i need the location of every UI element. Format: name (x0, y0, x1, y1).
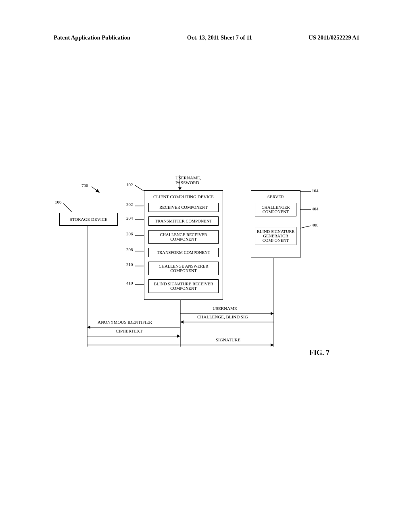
ref-404: 404 (312, 206, 319, 211)
ref-410-lead (135, 284, 145, 285)
header-middle: Oct. 13, 2011 Sheet 7 of 11 (187, 34, 252, 41)
ciphertext-arrow (87, 334, 181, 338)
ciphertext-arrow-label: CIPHERTEXT (116, 328, 143, 333)
receiver-component-box: RECEIVER COMPONENT (148, 203, 219, 212)
challenge-arrow-label: CHALLENGE, BLIND SIG (197, 314, 248, 319)
server-lifeline (273, 258, 275, 347)
ref-204-lead (135, 219, 145, 220)
svg-marker-25 (177, 335, 180, 338)
ref-202-lead (135, 205, 145, 207)
header-right: US 2011/0252229 A1 (309, 34, 359, 41)
ref-210: 210 (126, 262, 133, 267)
ref-208: 208 (126, 247, 133, 252)
svg-marker-19 (271, 312, 274, 315)
ref-700-lead (91, 186, 103, 196)
challenge-answerer-box: CHALLENGE ANSWERER COMPONENT (148, 262, 219, 275)
server-title: SERVER (251, 194, 300, 199)
svg-marker-23 (87, 326, 90, 329)
blind-sig-gen-box: BLIND SIGNATURE GENERATOR COMPONENT (255, 227, 296, 245)
input-arrow (178, 175, 182, 191)
ref-102: 102 (126, 182, 133, 187)
ref-206: 206 (126, 231, 133, 236)
signature-arrow (87, 343, 275, 347)
ref-210-lead (135, 265, 145, 267)
blind-sig-receiver-box: BLIND SIGNATURE RECEIVER COMPONENT (148, 279, 219, 293)
ref-208-lead (135, 250, 145, 252)
figure-label: FIG. 7 (309, 349, 330, 357)
svg-marker-1 (178, 187, 181, 190)
client-title: CLIENT COMPUTING DEVICE (144, 194, 223, 199)
svg-marker-21 (180, 320, 184, 324)
ref-404-lead (300, 209, 312, 210)
ref-202: 202 (126, 202, 133, 207)
page-header: Patent Application Publication Oct. 13, … (54, 34, 359, 41)
ref-700: 700 (81, 183, 88, 188)
anon-id-arrow-label: ANONYMOUS IDENTIFIER (98, 320, 152, 324)
svg-line-6 (63, 204, 72, 212)
svg-marker-27 (271, 343, 274, 347)
challenge-arrow (180, 320, 275, 324)
ref-106-lead (63, 203, 74, 214)
storage-device-box: STORAGE DEVICE (59, 213, 118, 226)
ref-204: 204 (126, 216, 133, 220)
transmitter-component-box: TRANSMITTER COMPONENT (148, 216, 219, 226)
ref-408: 408 (312, 222, 319, 227)
username-arrow-label: USERNAME (213, 306, 237, 311)
svg-line-14 (300, 226, 311, 228)
ref-104: 104 (312, 188, 319, 193)
ref-106: 106 (55, 200, 62, 204)
ref-206-lead (135, 235, 145, 236)
input-label: USERNAME, PASSWORD (175, 175, 224, 185)
header-left: Patent Application Publication (54, 34, 130, 41)
signature-arrow-label: SIGNATURE (216, 337, 240, 342)
svg-line-4 (135, 185, 144, 191)
challenge-receiver-box: CHALLENGE RECEIVER COMPONENT (148, 230, 219, 244)
challenger-component-box: CHALLENGER COMPONENT (255, 203, 296, 216)
server-box: SERVER CHALLENGER COMPONENT BLIND SIGNAT… (251, 190, 300, 258)
ref-104-lead (300, 191, 312, 192)
figure-7-diagram: USERNAME, PASSWORD 700 102 104 106 STORA… (59, 177, 350, 359)
svg-marker-3 (96, 189, 100, 193)
client-device-box: CLIENT COMPUTING DEVICE RECEIVER COMPONE… (144, 190, 223, 300)
ref-408-lead (300, 225, 312, 229)
ref-410: 410 (126, 281, 133, 285)
transform-component-box: TRANSFORM COMPONENT (148, 248, 219, 257)
